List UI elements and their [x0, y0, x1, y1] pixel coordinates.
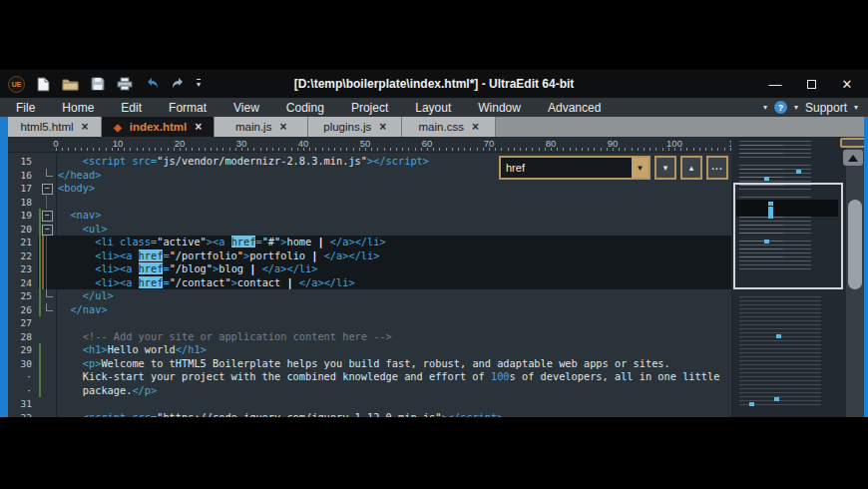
menu-item-home[interactable]: Home	[62, 101, 94, 115]
minimize-button[interactable]: —	[768, 77, 782, 91]
menu-item-file[interactable]: File	[16, 101, 35, 115]
vertical-scrollbar[interactable]	[846, 137, 864, 417]
minimap-viewport[interactable]	[733, 183, 843, 289]
redo-icon[interactable]	[170, 76, 187, 93]
window-border-right	[864, 117, 868, 417]
code-line[interactable]: 24 <li><a href="/contact">contact | </a>…	[8, 276, 731, 290]
tab-main.js[interactable]: main.js×	[215, 117, 308, 137]
undo-icon[interactable]	[143, 76, 160, 93]
menu-item-project[interactable]: Project	[351, 101, 388, 115]
code-line[interactable]: 28 <!-- Add your site or application con…	[8, 330, 731, 344]
line-number: ·	[8, 370, 38, 384]
code-line[interactable]: 17<body>	[8, 182, 731, 196]
tab-close-icon[interactable]: ×	[195, 120, 202, 134]
code-text: <li><a href="/portfolio">portfolio | </a…	[56, 249, 731, 263]
code-line[interactable]: 18	[8, 196, 731, 210]
code-line[interactable]: 30 <p>Welcome to tHTML5 Boilerplate help…	[8, 357, 731, 371]
tab-close-icon[interactable]: ×	[279, 120, 286, 134]
code-line[interactable]: 32 <script src="https://code.jquery.com/…	[8, 411, 731, 418]
menu-item-coding[interactable]: Coding	[286, 101, 324, 115]
support-dropdown-icon[interactable]: ▾	[854, 103, 858, 112]
ruler-number: 100	[666, 138, 682, 149]
search-match-highlight: href	[139, 249, 164, 261]
fold-margin	[38, 196, 56, 210]
search-input[interactable]	[501, 162, 632, 174]
editor-region: 0102030405060708090100110 15 <script src…	[8, 137, 864, 417]
code-line[interactable]: 26 </nav>	[8, 303, 731, 317]
open-folder-icon[interactable]	[62, 76, 79, 93]
line-number: 30	[8, 357, 38, 371]
code-line[interactable]: 19 <nav>	[8, 209, 731, 223]
minimap-match-marker	[776, 334, 781, 338]
line-number: 15	[8, 155, 38, 169]
search-history-dropdown-icon[interactable]: ▼	[632, 158, 649, 178]
code-line[interactable]: 20 <ul>	[8, 223, 731, 237]
search-options-button[interactable]: ...	[706, 156, 728, 180]
ruler-number: 60	[422, 138, 433, 149]
scroll-up-icon[interactable]	[843, 150, 863, 166]
code-line[interactable]: · Kick-start your project with the combi…	[8, 370, 731, 384]
close-button[interactable]: ✕	[840, 77, 854, 91]
menu-item-format[interactable]: Format	[169, 101, 207, 115]
tab-html5.html[interactable]: html5.html×	[8, 117, 102, 137]
minimap-match-marker	[796, 170, 801, 174]
minimap[interactable]	[731, 137, 846, 417]
code-line[interactable]: 27	[8, 316, 731, 330]
menu-item-layout[interactable]: Layout	[415, 101, 451, 115]
scrollbar-top-button[interactable]	[840, 138, 864, 148]
fold-margin	[38, 169, 56, 183]
code-line[interactable]: 23 <li><a href="/blog">blog | </a></li>	[8, 262, 731, 276]
code-line[interactable]: 29 <h1>Hello world</h1>	[8, 343, 731, 357]
code-text: <li><a href="/contact">contact | </a></l…	[56, 276, 731, 290]
help-icon[interactable]: ?	[774, 101, 787, 114]
ruler-number: 90	[608, 138, 619, 149]
menu-item-advanced[interactable]: Advanced	[548, 101, 601, 115]
find-next-button[interactable]: ▾	[654, 156, 676, 180]
line-number: 19	[8, 209, 38, 223]
support-menu[interactable]: Support	[805, 101, 847, 115]
menu-item-window[interactable]: Window	[478, 101, 521, 115]
help-dropdown-icon[interactable]: ▾	[794, 103, 798, 112]
ribbon-collapse-icon[interactable]: ▾	[763, 103, 767, 112]
tab-bar: html5.html×◆index.html×main.js×plugins.j…	[0, 117, 868, 137]
code-line[interactable]: 21 <li class="active"><a href="#">home |…	[8, 236, 731, 249]
tab-close-icon[interactable]: ×	[379, 120, 386, 134]
line-number: 22	[8, 249, 38, 263]
find-previous-button[interactable]: ▴	[680, 156, 702, 180]
line-number: 20	[8, 223, 38, 237]
code-text: <script src="https://code.jquery.com/jqu…	[56, 411, 731, 418]
code-line[interactable]: 22 <li><a href="/portfolio">portfolio | …	[8, 249, 731, 263]
tab-plugins.js[interactable]: plugins.js×	[308, 117, 402, 137]
tab-close-icon[interactable]: ×	[472, 120, 479, 134]
code-text: <nav>	[56, 209, 731, 223]
line-number: 18	[8, 196, 38, 210]
code-pane[interactable]: 0102030405060708090100110 15 <script src…	[8, 137, 731, 417]
search-toolbar: ▼ ▾ ▴ ...	[499, 156, 728, 180]
line-number: 16	[8, 169, 38, 183]
tab-close-icon[interactable]: ×	[82, 120, 89, 134]
maximize-button[interactable]	[804, 77, 818, 91]
new-file-icon[interactable]	[35, 76, 52, 93]
scrollbar-thumb[interactable]	[848, 200, 862, 289]
minimap-match-marker	[764, 177, 769, 181]
code-text: <li class="active"><a href="#">home | </…	[56, 236, 731, 249]
tab-index.html[interactable]: ◆index.html×	[102, 117, 215, 137]
tab-main.css[interactable]: main.css×	[402, 117, 496, 137]
ruler-number: 70	[484, 138, 495, 149]
line-number: 32	[8, 411, 38, 418]
code-line[interactable]: · package.</p>	[8, 384, 731, 398]
menu-item-edit[interactable]: Edit	[121, 101, 142, 115]
ruler-number: 0	[53, 138, 58, 149]
fold-toggle-icon[interactable]	[38, 182, 56, 196]
window-controls: — ✕	[768, 77, 868, 91]
toolbar-overflow-icon[interactable]: ▾	[197, 79, 201, 89]
line-number: 24	[8, 276, 38, 290]
code-line[interactable]: 25 </ul>	[8, 289, 731, 303]
menu-item-view[interactable]: View	[233, 101, 259, 115]
menu-bar: FileHomeEditFormatViewCodingProjectLayou…	[0, 98, 868, 117]
print-icon[interactable]	[116, 76, 133, 93]
code-text	[56, 196, 731, 210]
ultraedit-logo-icon[interactable]: UE	[8, 76, 25, 93]
save-icon[interactable]	[89, 76, 106, 93]
code-line[interactable]: 31	[8, 397, 731, 411]
